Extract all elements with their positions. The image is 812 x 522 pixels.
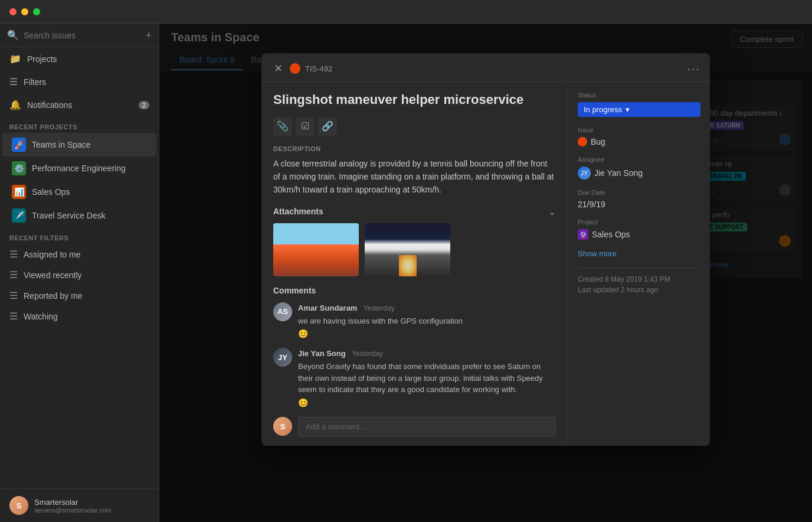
issue-type-section: Issue Bug <box>578 126 700 146</box>
filter-viewed-icon: ☰ <box>9 269 18 280</box>
assignee-label: Assignee <box>578 156 700 163</box>
attachment-image-1 <box>273 223 359 276</box>
notification-badge: 2 <box>139 101 149 109</box>
modal-left-panel: Slingshot maneuver helper microservice 📎… <box>261 82 568 446</box>
assigned-to-me-label: Assigned to me <box>24 250 81 259</box>
search-icon: 🔍 <box>7 30 19 41</box>
due-date-value: 21/9/19 <box>578 200 700 209</box>
comment-2-author: Jie Yan Song <box>298 349 346 358</box>
user-avatar: S <box>9 496 28 515</box>
attachment-2[interactable] <box>365 223 450 276</box>
add-button[interactable]: + <box>145 30 152 41</box>
projects-label: Projects <box>27 54 57 64</box>
due-date-label: Due Date <box>578 189 700 196</box>
filter-reported-by-me[interactable]: ☰ Reported by me <box>0 285 159 306</box>
issue-modal: ✕ TIS-492 ··· Slingshot maneuver helper … <box>261 53 710 446</box>
issue-title: Slingshot maneuver helper microservice <box>273 92 556 109</box>
comment-input[interactable] <box>298 417 556 436</box>
travel-service-desk-icon: ✈️ <box>12 208 26 223</box>
teams-in-space-label: Teams in Space <box>32 140 91 149</box>
attachments-title: Attachments <box>273 207 323 216</box>
filter-reported-icon: ☰ <box>9 290 18 301</box>
filter-icon: ☰ <box>9 76 18 87</box>
user-info: Smartersolar aevans@smartersolar.com <box>34 498 112 514</box>
modal-right-panel: Status In progress ▾ Issue Bug <box>568 82 710 446</box>
search-bar: 🔍 + <box>0 24 159 47</box>
sidebar-item-travel-service-desk[interactable]: ✈️ Travel Service Desk <box>2 204 156 227</box>
checklist-action-button[interactable]: ☑ <box>296 117 315 136</box>
issue-label: Issue <box>578 126 700 133</box>
sidebar-footer: S Smartersolar aevans@smartersolar.com <box>0 488 159 522</box>
status-badge[interactable]: In progress ▾ <box>578 102 700 117</box>
search-input[interactable] <box>24 31 140 40</box>
attachment-action-button[interactable]: 📎 <box>273 117 292 136</box>
project-label: Project <box>578 218 700 226</box>
comment-1-content: Amar Sundaram Yesterday we are having is… <box>298 302 463 339</box>
assignee-avatar: JY <box>578 167 591 180</box>
close-btn[interactable] <box>9 8 17 15</box>
comment-2-react[interactable]: 😊 <box>298 398 556 407</box>
recent-filters-section: Recent filters <box>0 227 159 244</box>
status-label: Status <box>578 92 700 99</box>
filter-watching-icon: ☰ <box>9 311 18 322</box>
sidebar-item-performance-engineering[interactable]: ⚙️ Performance Engineering <box>2 156 156 180</box>
notifications-label: Notifications <box>27 100 72 110</box>
modal-header: ✕ TIS-492 ··· <box>261 53 710 82</box>
filters-label: Filters <box>24 77 46 87</box>
recent-projects-section: Recent projects <box>0 116 159 133</box>
attachments-header: Attachments ⌄ <box>273 206 556 217</box>
comment-1-react[interactable]: 😊 <box>298 329 463 338</box>
comment-1-text: we are having issues with the GPS config… <box>298 315 463 327</box>
status-chevron-icon: ▾ <box>626 105 630 114</box>
filter-viewed-recently[interactable]: ☰ Viewed recently <box>0 265 159 285</box>
app-layout: 🔍 + 📁 Projects ☰ Filters 🔔 Notifications… <box>0 24 812 522</box>
description-section: Description A close terrestrial analogy … <box>273 145 556 197</box>
link-action-button[interactable]: 🔗 <box>318 117 337 136</box>
window-chrome <box>0 0 812 24</box>
minimize-btn[interactable] <box>21 8 28 15</box>
project-icon-small: 🔮 <box>578 229 588 240</box>
filter-assigned-to-me[interactable]: ☰ Assigned to me <box>0 244 159 265</box>
fullscreen-btn[interactable] <box>33 8 40 15</box>
sidebar-item-filters[interactable]: ☰ Filters <box>0 70 159 93</box>
sales-ops-icon: 📊 <box>12 185 26 199</box>
viewed-recently-label: Viewed recently <box>24 270 82 280</box>
reported-by-me-label: Reported by me <box>24 291 83 301</box>
due-date-section: Due Date 21/9/19 <box>578 189 700 209</box>
travel-service-desk-label: Travel Service Desk <box>32 211 106 220</box>
comments-section: Comments AS Amar Sundaram Yesterday we a… <box>273 286 556 436</box>
teams-in-space-icon: 🚀 <box>12 138 26 152</box>
attachments-section: Attachments ⌄ <box>273 206 556 276</box>
filter-watching[interactable]: ☰ Watching <box>0 306 159 327</box>
modal-overlay: ✕ TIS-492 ··· Slingshot maneuver helper … <box>159 24 812 522</box>
folder-icon: 📁 <box>9 53 21 64</box>
comment-1-time: Yesterday <box>364 304 395 312</box>
user-name: Smartersolar <box>34 498 112 507</box>
description-label: Description <box>273 145 556 152</box>
meta-dates: Created 8 May 2019 1:43 PM Last updated … <box>578 267 700 294</box>
sidebar-item-teams-in-space[interactable]: 🚀 Teams in Space <box>2 133 156 156</box>
issue-type-icon <box>290 63 300 74</box>
bell-icon: 🔔 <box>9 99 21 110</box>
performance-engineering-icon: ⚙️ <box>12 161 26 175</box>
show-more-button[interactable]: Show more <box>578 249 700 258</box>
sidebar-item-projects[interactable]: 📁 Projects <box>0 47 159 70</box>
due-date-text: 21/9/19 <box>578 200 605 209</box>
sidebar-item-notifications[interactable]: 🔔 Notifications 2 <box>0 93 159 116</box>
status-section: Status In progress ▾ <box>578 92 700 117</box>
main-content: Teams in Space Board: Sprint 6 Backlog R… <box>159 24 812 522</box>
attachment-1[interactable] <box>273 223 359 276</box>
comment-2: JY Jie Yan Song Yesterday Beyond Gravity… <box>273 348 556 407</box>
assignee-section: Assignee JY Jie Yan Song <box>578 156 700 180</box>
comment-1-author: Amar Sundaram <box>298 304 357 312</box>
attachments-collapse-icon[interactable]: ⌄ <box>548 206 556 217</box>
comment-2-time: Yesterday <box>352 350 383 358</box>
comment-1: AS Amar Sundaram Yesterday we are having… <box>273 302 556 339</box>
more-options-button[interactable]: ··· <box>687 62 700 76</box>
modal-body: Slingshot maneuver helper microservice 📎… <box>261 82 710 446</box>
comment-2-content: Jie Yan Song Yesterday Beyond Gravity ha… <box>298 348 556 407</box>
modal-close-button[interactable]: ✕ <box>271 61 285 76</box>
modal-actions: 📎 ☑ 🔗 <box>273 117 556 136</box>
watching-label: Watching <box>24 312 58 321</box>
sidebar-item-sales-ops[interactable]: 📊 Sales Ops <box>2 180 156 204</box>
